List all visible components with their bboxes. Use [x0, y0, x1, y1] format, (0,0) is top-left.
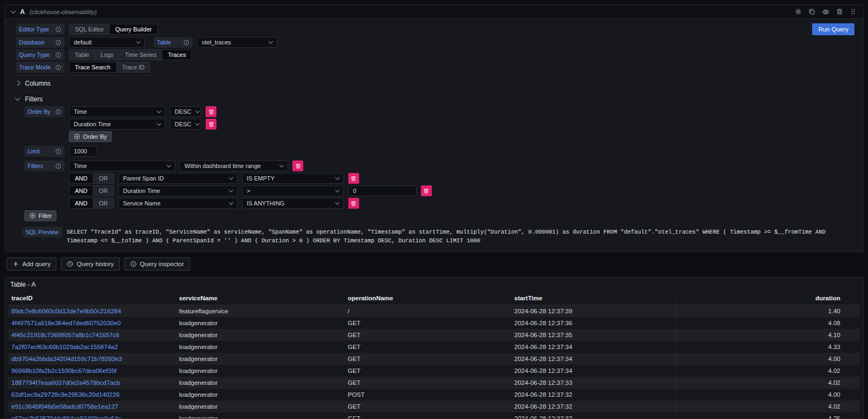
- chevron-down-icon: [195, 108, 199, 113]
- chevron-down-icon: [335, 175, 339, 179]
- editor-type-toggle: SQL Editor Query Builder: [69, 24, 158, 35]
- conjunction-option-and[interactable]: AND: [69, 198, 93, 208]
- column-header-starttime[interactable]: startTime: [511, 292, 676, 305]
- conjunction-option-or[interactable]: OR: [93, 173, 113, 183]
- conjunction-option-or[interactable]: OR: [93, 198, 113, 208]
- conjunction-option-or[interactable]: OR: [93, 186, 113, 196]
- query-type-option-traces[interactable]: Traces: [162, 50, 191, 60]
- trace-id-link[interactable]: 1887794f7eaa6037d0e2a4579bcd7acb: [8, 377, 176, 389]
- query-type-option-table[interactable]: Table: [69, 50, 95, 60]
- remove-order-by-button[interactable]: [206, 106, 216, 117]
- table-row: 4f497571a618e364ed7ded60752030e0 loadgen…: [8, 317, 860, 329]
- panel-title[interactable]: Table - A: [5, 278, 863, 292]
- add-order-by-button[interactable]: Order By: [69, 131, 112, 142]
- history-icon: [67, 261, 73, 267]
- drag-handle-icon[interactable]: [850, 8, 857, 15]
- remove-filter-button[interactable]: [421, 185, 432, 196]
- database-select[interactable]: default: [69, 37, 145, 48]
- info-icon[interactable]: [55, 163, 61, 169]
- filter-field-select[interactable]: Parent Span ID: [118, 173, 238, 184]
- chevron-right-icon: [15, 81, 21, 86]
- column-header-operationname[interactable]: operationName: [344, 292, 511, 305]
- service-name-cell: featureflagservice: [176, 305, 344, 317]
- filter-operator-select[interactable]: >: [242, 185, 344, 196]
- order-by-field-select[interactable]: Time: [69, 106, 165, 117]
- column-header-duration[interactable]: duration: [676, 292, 860, 305]
- trace-id-link[interactable]: 4f497571a618e364ed7ded60752030e0: [8, 317, 176, 329]
- filters-section-toggle[interactable]: Filters: [16, 91, 854, 104]
- service-name-cell: loadgenerator: [176, 329, 344, 341]
- filter-field-select[interactable]: Duration Time: [118, 185, 238, 196]
- filter-operator-select[interactable]: IS EMPTY: [242, 173, 344, 184]
- editor-type-option-sql-editor[interactable]: SQL Editor: [69, 24, 110, 34]
- query-type-option-time-series[interactable]: Time Series: [119, 50, 162, 60]
- plus-circle-icon: [29, 212, 36, 219]
- remove-filter-button[interactable]: [348, 198, 359, 209]
- columns-section-toggle[interactable]: Columns: [16, 75, 854, 88]
- trace-id-link[interactable]: 7a2f07ecf63c60b1029ab2ac155874a2: [8, 341, 176, 353]
- trash-icon: [350, 176, 356, 182]
- order-by-direction-select[interactable]: DESC: [170, 119, 201, 130]
- columns-section-label: Columns: [25, 80, 50, 87]
- filter-field-value: Time: [74, 163, 87, 169]
- trash-icon: [350, 201, 356, 207]
- trace-mode-option-trace-search[interactable]: Trace Search: [69, 62, 117, 72]
- order-by-direction-value: DESC: [175, 108, 192, 115]
- trace-id-link[interactable]: e67ee7b53870d4c864ca50409ca0e64c: [8, 412, 176, 418]
- trace-mode-option-trace-id[interactable]: Trace ID: [117, 62, 150, 72]
- info-icon[interactable]: [55, 109, 61, 115]
- gear-icon[interactable]: [795, 8, 802, 15]
- info-icon[interactable]: [183, 40, 189, 46]
- chevron-down-icon: [167, 163, 171, 167]
- trace-id-link[interactable]: 89dc7e8c6060c0d12de7e9b50c216284: [8, 305, 176, 317]
- collapse-query-chevron-icon[interactable]: [11, 8, 16, 14]
- editor-type-option-query-builder[interactable]: Query Builder: [110, 24, 157, 34]
- trace-mode-toggle: Trace Search Trace ID: [69, 62, 150, 73]
- trace-id-link[interactable]: 4f45c21918c73698057a8b1c741657c6: [8, 329, 176, 341]
- info-icon[interactable]: [55, 149, 61, 154]
- eye-icon[interactable]: [822, 8, 829, 16]
- query-history-label: Query history: [76, 261, 113, 267]
- column-header-traceid[interactable]: traceID: [8, 292, 176, 305]
- table-select[interactable]: otel_traces: [197, 37, 277, 48]
- filter-operator-select[interactable]: Within dashboard time range: [180, 160, 288, 171]
- table-row: db9704a2bbda34204d159c71b78283e3 loadgen…: [8, 353, 860, 365]
- conjunction-option-and[interactable]: AND: [69, 173, 93, 183]
- info-icon[interactable]: [55, 65, 61, 70]
- query-history-button[interactable]: Query history: [61, 257, 119, 270]
- info-icon[interactable]: [55, 27, 61, 33]
- trace-id-link[interactable]: e91c3645f04fa5e58adcd0758e1ea127: [8, 401, 176, 412]
- table-row: 7a2f07ecf63c60b1029ab2ac155874a2 loadgen…: [8, 341, 860, 353]
- add-filter-button[interactable]: Filter: [24, 210, 56, 221]
- run-query-button[interactable]: Run Query: [812, 23, 854, 35]
- order-by-direction-select[interactable]: DESC: [170, 106, 201, 117]
- order-by-field-select[interactable]: Duration Time: [69, 119, 165, 130]
- query-inspector-label: Query inspector: [140, 261, 184, 267]
- table-row: 89dc7e8c6060c0d12de7e9b50c216284 feature…: [8, 305, 860, 317]
- add-query-button[interactable]: Add query: [7, 257, 56, 270]
- column-header-servicename[interactable]: serviceName: [176, 292, 344, 305]
- trace-id-link[interactable]: 96968b10fa2b2c1590bc67dea06ef35f: [8, 365, 176, 377]
- duplicate-icon[interactable]: [808, 8, 815, 15]
- trace-id-link[interactable]: 62df1ec9a29728c9e29536c20d140226: [8, 389, 176, 401]
- info-icon[interactable]: [55, 52, 61, 58]
- limit-input[interactable]: [69, 146, 97, 157]
- remove-filter-button[interactable]: [348, 173, 359, 184]
- limit-label-text: Limit: [28, 148, 40, 154]
- trash-icon[interactable]: [836, 8, 843, 15]
- query-type-option-logs[interactable]: Logs: [95, 50, 119, 60]
- filter-value-input[interactable]: [348, 185, 417, 196]
- operation-name-cell: GET: [344, 377, 511, 389]
- filter-field-select[interactable]: Service Name: [118, 198, 238, 209]
- remove-filter-button[interactable]: [292, 160, 303, 171]
- trace-id-link[interactable]: db9704a2bbda34204d159c71b78283e3: [8, 353, 176, 365]
- info-icon[interactable]: [55, 40, 61, 46]
- remove-order-by-button[interactable]: [206, 119, 216, 130]
- filter-field-select[interactable]: Time: [69, 160, 175, 171]
- conjunction-option-and[interactable]: AND: [69, 186, 93, 196]
- table-row: 96968b10fa2b2c1590bc67dea06ef35f loadgen…: [8, 365, 860, 377]
- query-inspector-button[interactable]: Query inspector: [124, 257, 190, 270]
- add-order-by-row: Order By: [69, 131, 854, 142]
- query-type-row: Query Type Table Logs Time Series Traces: [16, 49, 854, 60]
- filter-operator-select[interactable]: IS ANYTHING: [242, 198, 344, 209]
